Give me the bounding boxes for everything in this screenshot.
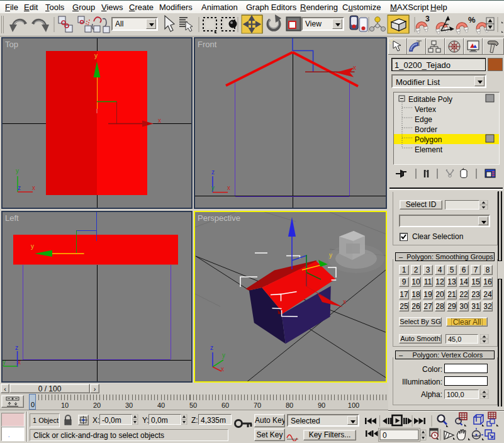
svg-text:Edge: Edge bbox=[415, 115, 432, 124]
svg-text:x: x bbox=[158, 117, 161, 124]
svg-text:y: y bbox=[94, 52, 98, 59]
svg-text:y: y bbox=[31, 243, 34, 250]
svg-text:y: y bbox=[3, 359, 6, 366]
svg-text:z: z bbox=[15, 344, 18, 351]
svg-text:Vertex: Vertex bbox=[415, 105, 436, 114]
svg-text:y: y bbox=[329, 252, 332, 259]
svg-text:y: y bbox=[222, 352, 225, 359]
svg-text:x: x bbox=[221, 366, 224, 373]
svg-text:Polygon: Polygon bbox=[415, 135, 442, 144]
svg-text:y: y bbox=[211, 184, 215, 191]
svg-text:0: 0 bbox=[383, 431, 387, 440]
svg-text:x: x bbox=[18, 359, 21, 366]
svg-text:z: z bbox=[18, 184, 21, 191]
svg-text:x: x bbox=[343, 298, 346, 305]
svg-text:y: y bbox=[16, 167, 19, 174]
svg-text:Element: Element bbox=[415, 145, 443, 154]
svg-text:Editable Poly: Editable Poly bbox=[408, 95, 452, 104]
svg-text:z: z bbox=[211, 169, 215, 176]
svg-text:x: x bbox=[353, 64, 356, 71]
svg-text:3: 3 bbox=[425, 14, 430, 23]
svg-text:Border: Border bbox=[415, 125, 437, 134]
svg-text:x: x bbox=[32, 184, 35, 191]
svg-text:x: x bbox=[227, 184, 230, 191]
svg-text:%: % bbox=[468, 15, 476, 25]
svg-text:z: z bbox=[210, 344, 213, 351]
